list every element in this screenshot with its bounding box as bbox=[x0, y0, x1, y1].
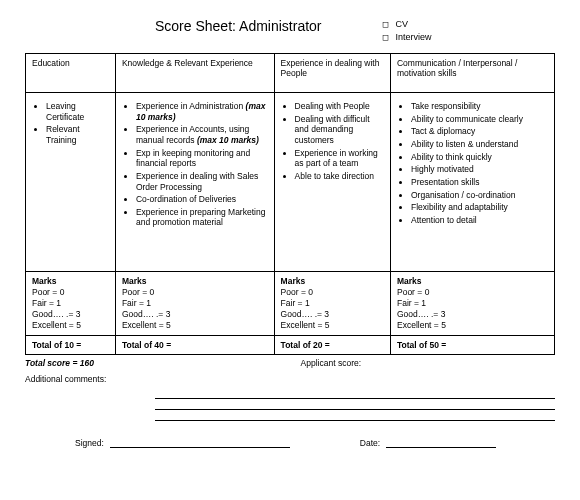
list-item: Ability to think quickly bbox=[411, 152, 548, 163]
signed-line bbox=[110, 437, 290, 448]
col-header-experience: Experience in dealing with People bbox=[274, 54, 390, 93]
criteria-knowledge: Experience in Administration (max 10 mar… bbox=[115, 93, 274, 272]
col-header-knowledge: Knowledge & Relevant Experience bbox=[115, 54, 274, 93]
marks-row: Marks Poor = 0 Fair = 1 Good…. .= 3 Exce… bbox=[26, 272, 555, 336]
marks-line: Fair = 1 bbox=[122, 298, 268, 309]
header: Score Sheet: Administrator □CV □Intervie… bbox=[25, 18, 555, 43]
checkbox-interview: □Interview bbox=[382, 31, 432, 44]
additional-comments-label: Additional comments: bbox=[25, 374, 555, 384]
total-experience: Total of 20 = bbox=[274, 336, 390, 355]
total-education: Total of 10 = bbox=[26, 336, 116, 355]
marks-line: Poor = 0 bbox=[281, 287, 384, 298]
marks-line: Excellent = 5 bbox=[281, 320, 384, 331]
criteria-experience: Dealing with People Dealing with difficu… bbox=[274, 93, 390, 272]
checkbox-interview-label: Interview bbox=[396, 32, 432, 42]
criteria-row: Leaving Certificate Relevant Training Ex… bbox=[26, 93, 555, 272]
list-item: Co-ordination of Deliveries bbox=[136, 194, 268, 205]
marks-line: Poor = 0 bbox=[32, 287, 109, 298]
comment-line bbox=[155, 410, 555, 421]
list-item: Dealing with difficult and demanding cus… bbox=[295, 114, 384, 146]
header-row: Education Knowledge & Relevant Experienc… bbox=[26, 54, 555, 93]
signature-row: Signed: Date: bbox=[25, 437, 555, 448]
list-item: Ability to listen & understand bbox=[411, 139, 548, 150]
marks-line: Fair = 1 bbox=[281, 298, 384, 309]
list-item: Experience in Administration (max 10 mar… bbox=[136, 101, 268, 122]
source-checkboxes: □CV □Interview bbox=[382, 18, 432, 43]
total-communication: Total of 50 = bbox=[390, 336, 554, 355]
criteria-education: Leaving Certificate Relevant Training bbox=[26, 93, 116, 272]
total-score: Total score = 160 bbox=[25, 358, 301, 368]
score-table: Education Knowledge & Relevant Experienc… bbox=[25, 53, 555, 355]
list-item: Exp in keeping monitoring and financial … bbox=[136, 148, 268, 169]
date-label: Date: bbox=[360, 438, 380, 448]
list-item: Attention to detail bbox=[411, 215, 548, 226]
total-knowledge: Total of 40 = bbox=[115, 336, 274, 355]
below-table: Total score = 160 Applicant score: Addit… bbox=[25, 358, 555, 448]
list-item: Presentation skills bbox=[411, 177, 548, 188]
comment-lines bbox=[25, 388, 555, 421]
list-item: Experience in Accounts, using manual rec… bbox=[136, 124, 268, 145]
marks-cell: Marks Poor = 0 Fair = 1 Good…. .= 3 Exce… bbox=[390, 272, 554, 336]
list-item: Ability to communicate clearly bbox=[411, 114, 548, 125]
col-header-education: Education bbox=[26, 54, 116, 93]
marks-line: Excellent = 5 bbox=[32, 320, 109, 331]
col-header-communication: Communication / Interpersonal / motivati… bbox=[390, 54, 554, 93]
list-item: Able to take direction bbox=[295, 171, 384, 182]
signed-label: Signed: bbox=[75, 438, 104, 448]
totals-row: Total of 10 = Total of 40 = Total of 20 … bbox=[26, 336, 555, 355]
list-item: Experience in working as part of a team bbox=[295, 148, 384, 169]
list-item: Flexibility and adaptability bbox=[411, 202, 548, 213]
marks-line: Fair = 1 bbox=[32, 298, 109, 309]
list-item: Experience in dealing with Sales Order P… bbox=[136, 171, 268, 192]
marks-line: Good…. .= 3 bbox=[122, 309, 268, 320]
marks-heading: Marks bbox=[397, 276, 548, 287]
comment-line bbox=[155, 388, 555, 399]
marks-cell: Marks Poor = 0 Fair = 1 Good…. .= 3 Exce… bbox=[274, 272, 390, 336]
marks-line: Poor = 0 bbox=[122, 287, 268, 298]
list-item: Take responsibility bbox=[411, 101, 548, 112]
marks-heading: Marks bbox=[281, 276, 384, 287]
list-item: Dealing with People bbox=[295, 101, 384, 112]
marks-cell: Marks Poor = 0 Fair = 1 Good…. .= 3 Exce… bbox=[115, 272, 274, 336]
marks-line: Good…. .= 3 bbox=[281, 309, 384, 320]
list-item: Tact & diplomacy bbox=[411, 126, 548, 137]
criteria-communication: Take responsibility Ability to communica… bbox=[390, 93, 554, 272]
list-item: Relevant Training bbox=[46, 124, 109, 145]
checkbox-cv-label: CV bbox=[396, 19, 409, 29]
date-line bbox=[386, 437, 496, 448]
marks-line: Excellent = 5 bbox=[122, 320, 268, 331]
list-item: Highly motivated bbox=[411, 164, 548, 175]
marks-line: Good…. .= 3 bbox=[397, 309, 548, 320]
list-item: Organisation / co-ordination bbox=[411, 190, 548, 201]
marks-line: Good…. .= 3 bbox=[32, 309, 109, 320]
marks-line: Excellent = 5 bbox=[397, 320, 548, 331]
list-item: Leaving Certificate bbox=[46, 101, 109, 122]
marks-heading: Marks bbox=[122, 276, 268, 287]
marks-cell: Marks Poor = 0 Fair = 1 Good…. .= 3 Exce… bbox=[26, 272, 116, 336]
marks-line: Fair = 1 bbox=[397, 298, 548, 309]
applicant-score-label: Applicant score: bbox=[301, 358, 555, 368]
list-item: Experience in preparing Marketing and pr… bbox=[136, 207, 268, 228]
marks-line: Poor = 0 bbox=[397, 287, 548, 298]
comment-line bbox=[155, 399, 555, 410]
checkbox-cv: □CV bbox=[382, 18, 432, 31]
page-title: Score Sheet: Administrator bbox=[155, 18, 322, 34]
marks-heading: Marks bbox=[32, 276, 109, 287]
